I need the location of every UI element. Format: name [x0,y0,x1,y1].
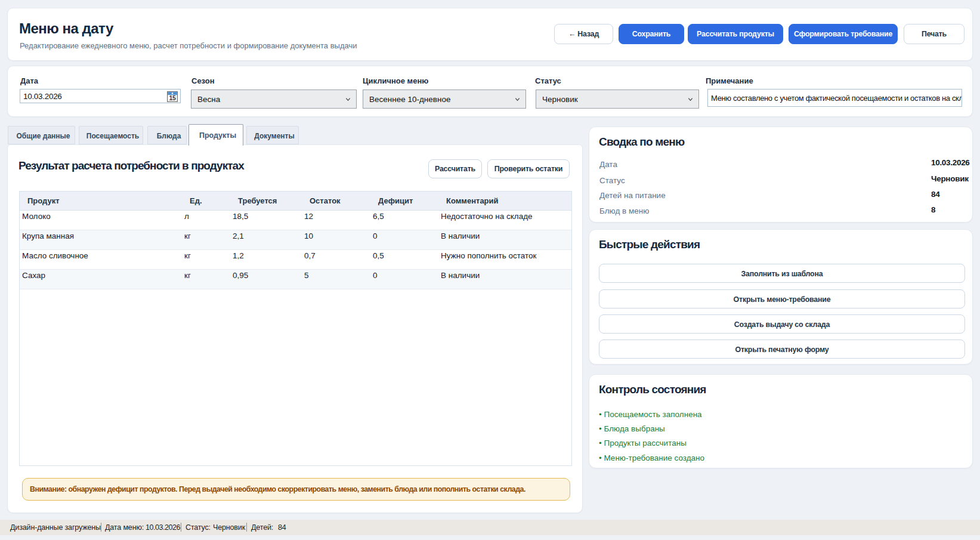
svg-text:15: 15 [169,94,176,101]
